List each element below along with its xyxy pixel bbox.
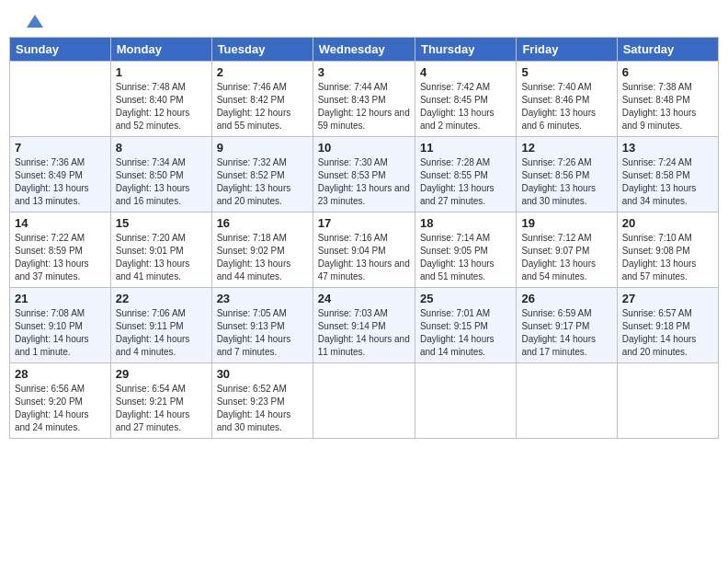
calendar-cell: 1Sunrise: 7:48 AMSunset: 8:40 PMDaylight… [110,62,211,137]
calendar-cell [517,363,617,439]
day-number: 4 [420,65,511,79]
day-number: 16 [217,216,308,230]
day-number: 2 [217,65,308,79]
calendar-table: SundayMondayTuesdayWednesdayThursdayFrid… [9,37,719,439]
calendar-header-row: SundayMondayTuesdayWednesdayThursdayFrid… [10,38,719,62]
calendar-cell: 9Sunrise: 7:32 AMSunset: 8:52 PMDaylight… [211,137,313,213]
day-number: 30 [217,367,308,381]
day-info: Sunrise: 7:03 AMSunset: 9:14 PMDaylight:… [318,308,410,357]
day-info: Sunrise: 7:48 AMSunset: 8:40 PMDaylight:… [116,82,190,131]
calendar-cell [313,363,415,439]
calendar-cell [415,363,516,439]
day-info: Sunrise: 7:10 AMSunset: 9:08 PMDaylight:… [622,233,697,282]
day-info: Sunrise: 7:01 AMSunset: 9:15 PMDaylight:… [420,308,495,357]
calendar-cell: 26Sunrise: 6:59 AMSunset: 9:17 PMDayligh… [517,288,617,363]
day-number: 14 [15,216,106,230]
calendar-week-row: 7Sunrise: 7:36 AMSunset: 8:49 PMDaylight… [10,137,719,213]
day-info: Sunrise: 6:52 AMSunset: 9:23 PMDaylight:… [217,384,291,432]
day-info: Sunrise: 7:30 AMSunset: 8:53 PMDaylight:… [318,157,410,206]
day-number: 8 [116,141,207,155]
day-number: 11 [420,141,511,155]
day-number: 9 [217,141,308,155]
day-info: Sunrise: 6:56 AMSunset: 9:20 PMDaylight:… [15,384,89,432]
calendar-week-row: 1Sunrise: 7:48 AMSunset: 8:40 PMDaylight… [10,62,719,137]
calendar-cell: 29Sunrise: 6:54 AMSunset: 9:21 PMDayligh… [110,363,211,439]
calendar-cell: 8Sunrise: 7:34 AMSunset: 8:50 PMDaylight… [110,137,211,213]
calendar-day-header: Sunday [10,38,111,62]
day-number: 25 [420,292,511,305]
calendar-cell: 19Sunrise: 7:12 AMSunset: 9:07 PMDayligh… [517,213,617,288]
calendar-day-header: Thursday [415,38,516,62]
calendar-cell: 14Sunrise: 7:22 AMSunset: 8:59 PMDayligh… [10,213,111,288]
day-number: 5 [521,65,611,79]
day-info: Sunrise: 7:28 AMSunset: 8:55 PMDaylight:… [420,157,495,206]
day-info: Sunrise: 7:42 AMSunset: 8:45 PMDaylight:… [420,82,495,131]
calendar-day-header: Wednesday [313,38,415,62]
day-number: 10 [318,141,410,155]
page-header [9,9,719,32]
calendar-cell: 10Sunrise: 7:30 AMSunset: 8:53 PMDayligh… [313,137,415,213]
day-number: 28 [15,367,106,381]
day-number: 23 [217,292,308,305]
day-info: Sunrise: 7:14 AMSunset: 9:05 PMDaylight:… [420,233,495,282]
calendar-cell: 17Sunrise: 7:16 AMSunset: 9:04 PMDayligh… [313,213,415,288]
logo [23,18,45,28]
day-info: Sunrise: 7:38 AMSunset: 8:48 PMDaylight:… [622,82,697,131]
day-number: 19 [521,216,611,230]
day-info: Sunrise: 7:18 AMSunset: 9:02 PMDaylight:… [217,233,291,282]
day-info: Sunrise: 6:59 AMSunset: 9:17 PMDaylight:… [521,308,596,357]
day-number: 21 [15,292,106,305]
calendar-cell: 7Sunrise: 7:36 AMSunset: 8:49 PMDaylight… [10,137,111,213]
day-info: Sunrise: 7:34 AMSunset: 8:50 PMDaylight:… [116,157,190,206]
calendar-cell [617,363,718,439]
calendar-cell: 18Sunrise: 7:14 AMSunset: 9:05 PMDayligh… [415,213,516,288]
calendar-cell: 5Sunrise: 7:40 AMSunset: 8:46 PMDaylight… [517,62,617,137]
day-number: 6 [622,65,713,79]
day-number: 12 [521,141,611,155]
day-number: 18 [420,216,511,230]
calendar-cell: 27Sunrise: 6:57 AMSunset: 9:18 PMDayligh… [617,288,718,363]
calendar-cell: 3Sunrise: 7:44 AMSunset: 8:43 PMDaylight… [313,62,415,137]
day-number: 20 [622,216,713,230]
calendar-day-header: Tuesday [211,38,313,62]
day-info: Sunrise: 7:40 AMSunset: 8:46 PMDaylight:… [521,82,596,131]
calendar-cell: 22Sunrise: 7:06 AMSunset: 9:11 PMDayligh… [110,288,211,363]
calendar-cell: 23Sunrise: 7:05 AMSunset: 9:13 PMDayligh… [211,288,313,363]
day-info: Sunrise: 7:20 AMSunset: 9:01 PMDaylight:… [116,233,190,282]
day-info: Sunrise: 7:06 AMSunset: 9:11 PMDaylight:… [116,308,190,357]
day-number: 1 [116,65,207,79]
day-number: 17 [318,216,410,230]
day-info: Sunrise: 7:44 AMSunset: 8:43 PMDaylight:… [318,82,410,131]
day-info: Sunrise: 7:22 AMSunset: 8:59 PMDaylight:… [15,233,89,282]
day-number: 24 [318,292,410,305]
calendar-day-header: Monday [110,38,211,62]
calendar-cell: 28Sunrise: 6:56 AMSunset: 9:20 PMDayligh… [10,363,111,439]
day-number: 3 [318,65,410,79]
calendar-cell: 13Sunrise: 7:24 AMSunset: 8:58 PMDayligh… [617,137,718,213]
calendar-cell: 4Sunrise: 7:42 AMSunset: 8:45 PMDaylight… [415,62,516,137]
day-info: Sunrise: 7:12 AMSunset: 9:07 PMDaylight:… [521,233,596,282]
day-info: Sunrise: 7:36 AMSunset: 8:49 PMDaylight:… [15,157,89,206]
day-info: Sunrise: 7:05 AMSunset: 9:13 PMDaylight:… [217,308,291,357]
calendar-cell [10,62,111,137]
calendar-cell: 12Sunrise: 7:26 AMSunset: 8:56 PMDayligh… [517,137,617,213]
calendar-week-row: 21Sunrise: 7:08 AMSunset: 9:10 PMDayligh… [10,288,719,363]
day-info: Sunrise: 7:24 AMSunset: 8:58 PMDaylight:… [622,157,697,206]
day-number: 27 [622,292,713,305]
day-info: Sunrise: 7:08 AMSunset: 9:10 PMDaylight:… [15,308,89,357]
day-info: Sunrise: 7:46 AMSunset: 8:42 PMDaylight:… [217,82,291,131]
calendar-cell: 20Sunrise: 7:10 AMSunset: 9:08 PMDayligh… [617,213,718,288]
calendar-cell: 30Sunrise: 6:52 AMSunset: 9:23 PMDayligh… [211,363,313,439]
day-number: 29 [116,367,207,381]
logo-icon [25,11,45,31]
day-info: Sunrise: 7:32 AMSunset: 8:52 PMDaylight:… [217,157,291,206]
calendar-cell: 25Sunrise: 7:01 AMSunset: 9:15 PMDayligh… [415,288,516,363]
calendar-week-row: 28Sunrise: 6:56 AMSunset: 9:20 PMDayligh… [10,363,719,439]
calendar-cell: 16Sunrise: 7:18 AMSunset: 9:02 PMDayligh… [211,213,313,288]
calendar-cell: 2Sunrise: 7:46 AMSunset: 8:42 PMDaylight… [211,62,313,137]
calendar-day-header: Friday [517,38,617,62]
calendar-day-header: Saturday [617,38,718,62]
day-number: 26 [521,292,611,305]
calendar-cell: 6Sunrise: 7:38 AMSunset: 8:48 PMDaylight… [617,62,718,137]
day-number: 7 [15,141,106,155]
